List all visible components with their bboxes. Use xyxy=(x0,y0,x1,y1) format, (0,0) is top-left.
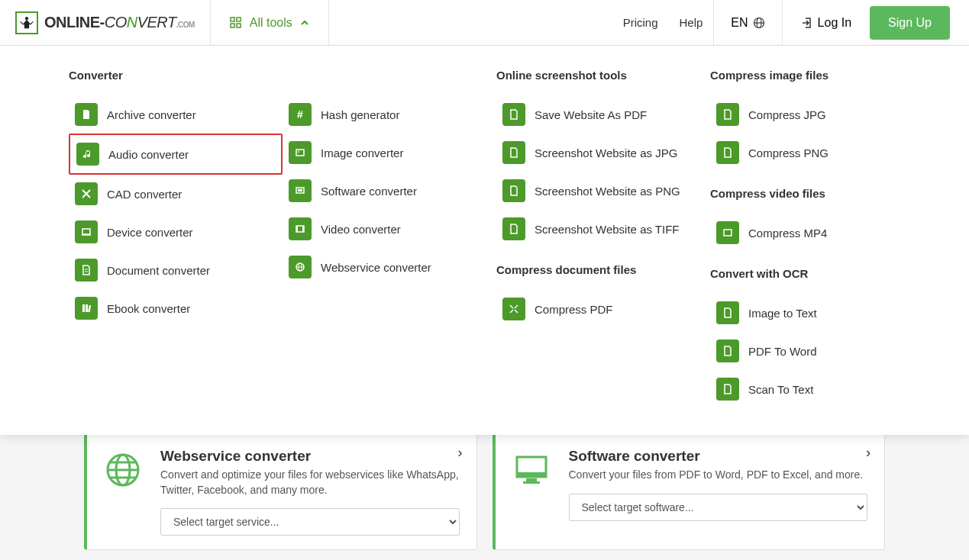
svg-rect-1 xyxy=(231,18,234,21)
help-link[interactable]: Help xyxy=(669,16,714,29)
file-icon xyxy=(502,179,525,202)
svg-rect-13 xyxy=(86,304,88,312)
menu-item-image-to-text[interactable]: Image to Text xyxy=(710,294,909,332)
menu-item-screenshot-tiff[interactable]: Screenshot Website as TIFF xyxy=(496,210,710,248)
target-software-select[interactable]: Select target software... xyxy=(569,494,868,521)
svg-rect-12 xyxy=(82,304,85,312)
music-icon xyxy=(76,143,99,166)
menu-heading-ocr: Convert with OCR xyxy=(710,267,909,280)
menu-item-archive[interactable]: Archive converter xyxy=(69,95,283,134)
menu-heading-compress-image: Compress image files xyxy=(710,69,909,82)
svg-rect-33 xyxy=(526,478,537,481)
svg-rect-34 xyxy=(523,481,540,484)
svg-rect-21 xyxy=(302,226,304,232)
globe-icon xyxy=(753,17,765,29)
login-link[interactable]: Log In xyxy=(783,16,870,30)
card-desc: Convert your files from PDF to Word, PDF… xyxy=(569,468,868,483)
menu-item-compress-pdf[interactable]: Compress PDF xyxy=(496,290,710,328)
mega-menu: Converter Archive converter Audio conver… xyxy=(0,46,969,435)
svg-rect-20 xyxy=(296,226,298,232)
signup-button[interactable]: Sign Up xyxy=(870,6,950,40)
menu-heading-converter: Converter xyxy=(69,69,283,82)
file-icon xyxy=(716,340,739,362)
menu-item-hash[interactable]: #Hash generator xyxy=(283,95,496,134)
menu-heading-screenshot: Online screenshot tools xyxy=(496,69,710,82)
svg-rect-2 xyxy=(237,18,241,21)
globe-icon xyxy=(289,256,312,278)
menu-heading-compress-doc: Compress document files xyxy=(496,263,710,276)
svg-point-16 xyxy=(298,151,299,153)
all-tools-label: All tools xyxy=(250,16,292,30)
menu-item-image[interactable]: Image converter xyxy=(283,134,496,172)
card-title: Webservice converter xyxy=(160,448,460,465)
chevron-right-icon: › xyxy=(458,445,463,461)
svg-rect-8 xyxy=(82,229,90,234)
card-desc: Convert and optimize your files for webs… xyxy=(160,468,460,497)
svg-rect-14 xyxy=(88,305,91,312)
menu-item-screenshot-png[interactable]: Screenshot Website as PNG xyxy=(496,172,710,210)
menu-item-screenshot-jpg[interactable]: Screenshot Website as JPG xyxy=(496,134,710,172)
menu-item-software[interactable]: Software converter xyxy=(283,172,496,210)
menu-item-save-pdf[interactable]: Save Website As PDF xyxy=(496,95,710,134)
file-icon xyxy=(716,378,739,401)
svg-rect-18 xyxy=(298,189,302,191)
svg-rect-3 xyxy=(231,24,234,27)
card-title: Software converter xyxy=(569,448,868,465)
file-icon xyxy=(716,141,739,164)
books-icon xyxy=(75,297,98,320)
logo-icon xyxy=(15,11,38,34)
hash-icon: # xyxy=(289,103,312,126)
menu-item-cad[interactable]: CAD converter xyxy=(69,175,283,213)
login-icon xyxy=(801,17,813,29)
svg-rect-4 xyxy=(237,24,241,27)
menu-heading-compress-video: Compress video files xyxy=(710,187,909,200)
menu-item-webservice[interactable]: Webservice converter xyxy=(283,248,496,286)
file-icon xyxy=(716,301,739,324)
monitor-icon xyxy=(512,451,551,489)
menu-item-audio[interactable]: Audio converter xyxy=(69,134,283,175)
menu-item-scan-to-text[interactable]: Scan To Text xyxy=(710,370,909,408)
menu-item-ebook[interactable]: Ebook converter xyxy=(69,289,283,327)
compress-icon xyxy=(502,298,525,320)
video-icon xyxy=(716,221,739,244)
svg-rect-25 xyxy=(724,230,732,236)
menu-item-video[interactable]: Video converter xyxy=(283,210,496,248)
globe-icon xyxy=(104,451,142,489)
software-icon xyxy=(289,179,312,202)
svg-point-0 xyxy=(25,17,28,20)
card-software[interactable]: Software converter Convert your files fr… xyxy=(493,433,886,550)
tools-icon xyxy=(75,182,98,205)
language-selector[interactable]: EN xyxy=(713,0,782,45)
grid-icon xyxy=(230,17,242,29)
target-service-select[interactable]: Select target service... xyxy=(160,508,460,536)
chevron-right-icon: › xyxy=(866,445,870,461)
menu-item-pdf-to-word[interactable]: PDF To Word xyxy=(710,332,909,370)
chevron-up-icon xyxy=(300,18,309,27)
image-icon xyxy=(289,141,312,164)
document-icon xyxy=(75,259,98,282)
logo[interactable]: ONLINE-CONVERT.COM xyxy=(0,11,210,34)
menu-item-document[interactable]: Document converter xyxy=(69,251,283,289)
laptop-icon xyxy=(75,220,98,243)
menu-item-compress-jpg[interactable]: Compress JPG xyxy=(710,95,909,134)
video-icon xyxy=(289,217,312,240)
file-icon xyxy=(502,103,525,126)
card-webservice[interactable]: Webservice converter Convert and optimiz… xyxy=(84,433,477,550)
login-label: Log In xyxy=(818,16,851,30)
all-tools-dropdown[interactable]: All tools xyxy=(210,0,329,45)
logo-text: ONLINE-CONVERT.COM xyxy=(44,14,195,31)
lang-label: EN xyxy=(731,16,748,30)
menu-item-compress-png[interactable]: Compress PNG xyxy=(710,134,909,172)
header: ONLINE-CONVERT.COM All tools Pricing Hel… xyxy=(0,0,969,46)
svg-rect-32 xyxy=(517,472,546,477)
menu-item-compress-mp4[interactable]: Compress MP4 xyxy=(710,214,909,252)
menu-item-device[interactable]: Device converter xyxy=(69,213,283,251)
svg-rect-15 xyxy=(296,150,304,156)
file-icon xyxy=(716,103,739,126)
pricing-link[interactable]: Pricing xyxy=(612,16,669,29)
file-icon xyxy=(502,141,525,164)
file-icon xyxy=(75,103,98,126)
file-icon xyxy=(502,217,525,240)
